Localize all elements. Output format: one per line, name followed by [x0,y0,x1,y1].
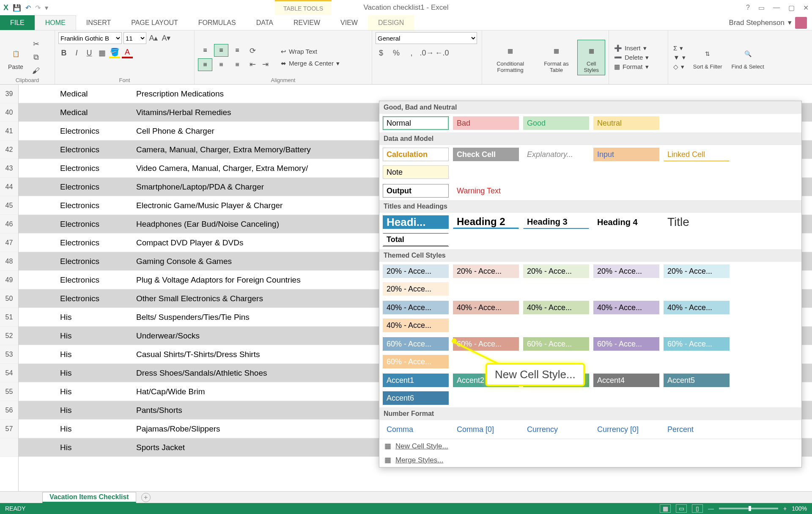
grow-font-icon[interactable]: A▴ [148,33,159,44]
tab-design[interactable]: DESIGN [368,15,414,30]
style-warning-text[interactable]: Warning Text [453,184,519,198]
help-icon[interactable]: ? [746,4,750,12]
increase-decimal-button[interactable]: .0→ [421,47,432,58]
cell-category[interactable]: Electronics [57,252,133,270]
decrease-decimal-button[interactable]: ←.0 [436,47,447,58]
zoom-slider[interactable] [719,508,778,509]
close-icon[interactable]: ✕ [803,4,809,12]
cell-category[interactable]: His [57,438,133,456]
style-heading-2[interactable]: Heading 2 [453,215,519,229]
redo-icon[interactable]: ↷ [35,4,41,12]
style-output[interactable]: Output [383,184,449,198]
style-heading-4[interactable]: Heading 4 [593,215,659,229]
style-40-accent5[interactable]: 40% - Acce... [664,301,730,314]
row-header[interactable]: 48 [0,252,18,271]
tab-home[interactable]: HOME [35,15,76,30]
style-60-accent5[interactable]: 60% - Acce... [664,337,730,351]
orientation-button[interactable]: ⟳ [247,45,258,56]
increase-indent-button[interactable]: ⇥ [260,59,271,70]
delete-cells-button[interactable]: ➖Delete▾ [612,53,650,62]
cell-category[interactable]: Medical [57,103,133,121]
cut-icon[interactable]: ✂ [30,38,41,49]
ribbon-options-icon[interactable]: ▭ [758,4,765,12]
style-linked-cell[interactable]: Linked Cell [664,148,730,161]
autosum-button[interactable]: Σ▾ [672,44,687,52]
style-40-accent2[interactable]: 40% - Acce... [453,301,519,314]
cell-category[interactable]: His [57,364,133,382]
style-percent[interactable]: Percent [664,423,730,436]
wrap-text-button[interactable]: ↩Wrap Text [278,47,342,56]
tab-view[interactable]: VIEW [330,15,368,30]
cell-item[interactable]: Prescription Medications [133,85,812,103]
comma-button[interactable]: , [406,47,417,58]
style-20-accent4[interactable]: 20% - Acce... [593,264,659,278]
tab-file[interactable]: FILE [0,15,35,30]
bold-button[interactable]: B [58,47,69,58]
minimize-icon[interactable]: — [773,4,780,12]
fill-color-button[interactable]: 🪣 [109,47,120,58]
new-cell-style-command[interactable]: ▦New Cell Style... [379,439,801,453]
style-accent1[interactable]: Accent1 [383,374,449,387]
row-header[interactable]: 55 [0,382,18,401]
font-color-button[interactable]: A [122,47,133,58]
row-header[interactable]: 54 [0,364,18,382]
find-select-button[interactable]: 🔍Find & Select [728,43,767,71]
align-top-left[interactable]: ≡ [198,44,212,57]
style-40-accent1[interactable]: 40% - Acce... [383,301,449,314]
currency-button[interactable]: $ [376,47,387,58]
row-header[interactable]: 53 [0,345,18,364]
cell-category[interactable]: His [57,382,133,401]
style-60-accent4[interactable]: 60% - Acce... [593,337,659,351]
paste-button[interactable]: 📋 Paste [3,43,28,72]
save-icon[interactable]: 💾 [13,4,21,12]
style-20-accent5[interactable]: 20% - Acce... [664,264,730,278]
row-header[interactable]: 42 [0,140,18,159]
font-size-select[interactable]: 11 [123,32,146,44]
font-name-select[interactable]: Franklin Gothic B [58,32,122,44]
style-comma[interactable]: Comma [383,423,449,436]
cell-styles-button[interactable]: ▦Cell Styles [577,40,605,75]
align-top-right[interactable]: ≡ [230,44,244,57]
row-header[interactable]: 39 [0,85,18,103]
decrease-indent-button[interactable]: ⇤ [247,59,258,70]
cell-category[interactable]: Electronics [57,215,133,233]
copy-icon[interactable]: ⧉ [30,52,41,63]
style-total[interactable]: Total [383,233,449,247]
merge-styles-command[interactable]: ▦Merge Styles... [379,453,801,467]
row-header[interactable]: 49 [0,271,18,289]
row-header[interactable]: 47 [0,234,18,252]
style-60-accent2[interactable]: 60% - Acce... [453,337,519,351]
cell-category[interactable]: His [57,345,133,363]
maximize-icon[interactable]: ▢ [788,4,795,12]
cell-category[interactable]: Medical [57,85,133,103]
borders-button[interactable]: ▦ [96,47,107,58]
sheet-tab-active[interactable]: Vacation Items Checklist [42,492,136,503]
style-check-cell[interactable]: Check Cell [453,148,519,161]
style-comma-0[interactable]: Comma [0] [453,423,519,436]
row-header[interactable]: 52 [0,327,18,345]
row-header[interactable]: 44 [0,178,18,196]
style-accent6[interactable]: Accent6 [383,391,449,405]
tab-data[interactable]: DATA [246,15,283,30]
row-header[interactable]: 41 [0,122,18,140]
clear-button[interactable]: ◇▾ [672,63,687,71]
merge-center-button[interactable]: ⬌Merge & Center▾ [278,59,342,68]
style-explanatory[interactable]: Explanatory... [523,148,589,161]
cell-category[interactable]: Electronics [57,159,133,177]
row-header[interactable]: 56 [0,401,18,420]
cell-category[interactable]: Electronics [57,271,133,289]
row-header[interactable]: 43 [0,159,18,178]
cell-category[interactable]: Electronics [57,122,133,140]
style-40-accent6[interactable]: 40% - Acce... [383,319,449,332]
undo-icon[interactable]: ↶ [25,4,31,12]
tab-insert[interactable]: INSERT [76,15,121,30]
style-40-accent4[interactable]: 40% - Acce... [593,301,659,314]
align-mid-left[interactable]: ≡ [198,58,212,71]
view-page-layout-button[interactable]: ▭ [676,504,687,513]
cell-category[interactable]: Electronics [57,140,133,159]
style-20-accent2[interactable]: 20% - Acce... [453,264,519,278]
insert-cells-button[interactable]: ➕Insert▾ [612,44,650,52]
cell-category[interactable]: Electronics [57,234,133,252]
conditional-formatting-button[interactable]: ▦Conditional Formatting [486,40,535,75]
tab-formulas[interactable]: FORMULAS [188,15,246,30]
